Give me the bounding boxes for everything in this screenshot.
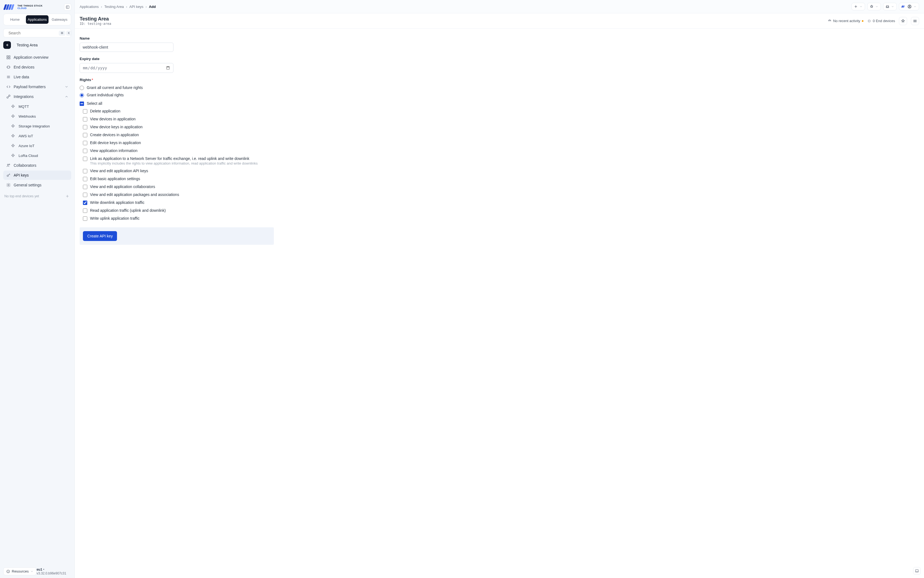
inbox-menu-button[interactable]	[883, 3, 897, 10]
nav-webhooks[interactable]: Webhooks	[8, 112, 71, 121]
right-label: View and edit application collaborators	[90, 185, 155, 189]
nav-integrations[interactable]: Integrations	[3, 92, 71, 101]
svg-point-39	[909, 6, 910, 7]
radio-grant-all[interactable]: Grant all current and future rights	[79, 84, 274, 91]
top-actions	[851, 3, 919, 10]
right-checkbox[interactable]	[83, 216, 87, 221]
activity-status-dot	[862, 20, 863, 22]
right-row[interactable]: View and edit application API keys	[83, 167, 274, 175]
star-menu-button[interactable]	[867, 3, 881, 10]
radio-grant-all-input[interactable]	[79, 86, 84, 90]
right-row[interactable]: View and edit application collaborators	[83, 183, 274, 191]
chevron-down-icon	[65, 85, 68, 89]
right-checkbox[interactable]	[83, 117, 87, 122]
add-device-button[interactable]	[65, 193, 70, 199]
right-row[interactable]: Edit device keys in application	[83, 139, 274, 147]
right-checkbox[interactable]	[83, 193, 87, 197]
crumb-applications[interactable]: Applications	[79, 5, 99, 9]
right-row[interactable]: Create devices in application	[83, 131, 274, 139]
field-rights: Rights* Grant all current and future rig…	[79, 78, 274, 222]
right-label: Edit device keys in application	[90, 141, 141, 145]
nav-storage[interactable]: Storage Integration	[8, 122, 71, 131]
panel-toggle-button[interactable]	[64, 3, 71, 11]
nav-aws[interactable]: AWS IoT	[8, 131, 71, 141]
back-button[interactable]	[3, 41, 11, 49]
right-checkbox[interactable]	[83, 185, 87, 189]
nav-general-settings-label: General settings	[14, 183, 42, 187]
required-star: *	[92, 78, 93, 82]
svg-point-22	[9, 95, 10, 96]
add-menu-button[interactable]	[851, 3, 865, 10]
right-checkbox[interactable]	[83, 157, 87, 161]
panel-dock-button[interactable]	[913, 567, 921, 575]
nav-api-keys-label: API keys	[14, 173, 29, 177]
right-row[interactable]: View device keys in application	[83, 123, 274, 131]
right-row[interactable]: Write downlink application traffic	[83, 199, 274, 206]
right-row[interactable]: View devices in application	[83, 115, 274, 123]
brand-line-2: CLOUD	[18, 7, 42, 10]
nav-collaborators[interactable]: Collaborators	[3, 161, 71, 170]
app-id-value: testing-area	[87, 22, 111, 26]
nav-end-devices[interactable]: End devices	[3, 62, 71, 72]
right-row[interactable]: View and edit application packages and a…	[83, 191, 274, 199]
crumb-sep: ›	[146, 5, 147, 9]
crumb-section[interactable]: API keys	[129, 5, 143, 9]
select-all-row[interactable]: Select all	[79, 100, 274, 107]
activity-indicator: No recent activity	[828, 19, 864, 23]
nav-general-settings[interactable]: General settings	[3, 180, 71, 190]
account-menu-button[interactable]	[899, 3, 919, 10]
right-checkbox[interactable]	[83, 169, 87, 173]
nav-live-data[interactable]: Live data	[3, 72, 71, 81]
right-checkbox[interactable]	[83, 208, 87, 213]
puzzle-icon	[11, 143, 16, 148]
puzzle-icon	[11, 104, 16, 109]
search-box[interactable]: ⌘ K	[3, 29, 71, 37]
nav-overview[interactable]: Application overview	[3, 53, 71, 62]
nav-live-data-label: Live data	[14, 75, 29, 79]
right-row[interactable]: Read application traffic (uplink and dow…	[83, 206, 274, 214]
crumb-app[interactable]: Testing Area	[104, 5, 124, 9]
right-label: Create devices in application	[90, 133, 139, 137]
brand-mini-icon	[901, 5, 906, 8]
right-row[interactable]: Write uplink application traffic	[83, 214, 274, 222]
right-checkbox[interactable]	[83, 141, 87, 145]
crumb-current: Add	[149, 5, 156, 9]
nav-lora[interactable]: LoRa Cloud	[8, 151, 71, 160]
rights-label: Rights*	[79, 78, 274, 82]
right-row[interactable]: Delete application	[83, 107, 274, 115]
right-checkbox[interactable]	[83, 109, 87, 114]
right-row[interactable]: Edit basic application settings	[83, 175, 274, 183]
right-label: View and edit application packages and a…	[90, 192, 179, 197]
select-all-checkbox[interactable]	[79, 102, 84, 106]
tab-gateways[interactable]: Gateways	[50, 15, 70, 24]
radio-grant-individual-input[interactable]	[79, 93, 84, 97]
resources-button[interactable]: Resources	[3, 567, 37, 575]
nav-api-keys[interactable]: API keys	[3, 170, 71, 180]
svg-rect-4	[66, 6, 69, 8]
right-checkbox[interactable]	[83, 149, 87, 153]
right-row[interactable]: Link as Application to a Network Server …	[83, 155, 274, 167]
nav-mqtt[interactable]: MQTT	[8, 102, 71, 111]
right-row[interactable]: View application information	[83, 147, 274, 155]
svg-point-21	[7, 97, 8, 98]
right-checkbox[interactable]	[83, 125, 87, 129]
star-button[interactable]	[899, 17, 907, 25]
name-label: Name	[79, 36, 274, 41]
rights-label-text: Rights	[79, 78, 91, 82]
nav-payload-formatters[interactable]: Payload formatters	[3, 82, 71, 91]
menu-button[interactable]	[911, 17, 919, 25]
info-icon	[6, 570, 10, 573]
tab-home[interactable]: Home	[5, 15, 25, 24]
right-checkbox[interactable]	[83, 133, 87, 137]
tab-applications[interactable]: Applications	[26, 15, 48, 24]
radio-grant-individual[interactable]: Grant individual rights	[79, 91, 274, 99]
svg-rect-45	[916, 570, 919, 572]
create-api-key-button[interactable]: Create API key	[83, 231, 117, 241]
search-input[interactable]	[8, 31, 57, 36]
nav-azure[interactable]: Azure IoT	[8, 141, 71, 150]
right-checkbox[interactable]	[83, 177, 87, 181]
right-checkbox[interactable]	[83, 201, 87, 205]
name-input[interactable]	[79, 42, 173, 52]
cluster-region: eu1	[37, 568, 42, 572]
expiry-input[interactable]	[79, 63, 173, 73]
